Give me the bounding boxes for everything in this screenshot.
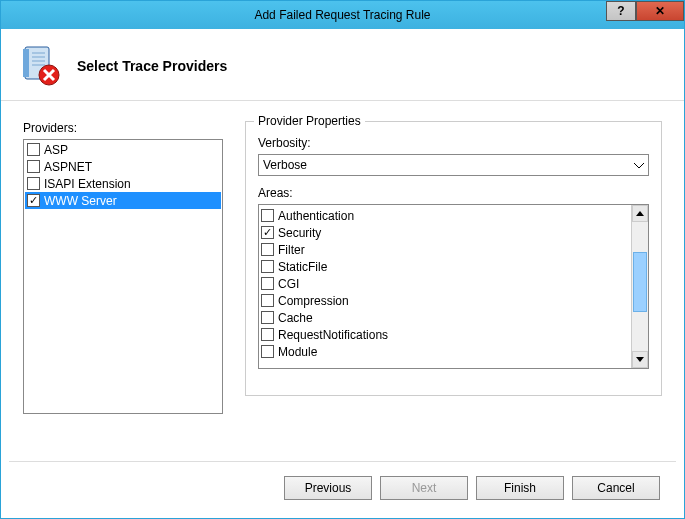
area-item-label: Cache	[278, 311, 313, 325]
area-checkbox[interactable]	[261, 226, 274, 239]
area-checkbox[interactable]	[261, 277, 274, 290]
window-title: Add Failed Request Tracing Rule	[254, 8, 430, 22]
area-item-label: StaticFile	[278, 260, 327, 274]
scroll-thumb[interactable]	[633, 252, 647, 312]
area-checkbox[interactable]	[261, 328, 274, 341]
area-item[interactable]: RequestNotifications	[261, 326, 629, 343]
page-title: Select Trace Providers	[77, 58, 227, 74]
help-button[interactable]: ?	[606, 1, 636, 21]
tracing-icon	[19, 45, 61, 87]
provider-checkbox[interactable]	[27, 143, 40, 156]
area-item[interactable]: CGI	[261, 275, 629, 292]
scroll-up-button[interactable]	[632, 205, 648, 222]
provider-item-label: ISAPI Extension	[44, 177, 131, 191]
area-checkbox[interactable]	[261, 243, 274, 256]
next-button: Next	[380, 476, 468, 500]
providers-column: Providers: ASPASPNETISAPI ExtensionWWW S…	[23, 121, 223, 426]
areas-field: Areas: AuthenticationSecurityFilterStati…	[258, 186, 649, 369]
svg-rect-1	[23, 49, 29, 77]
providers-label: Providers:	[23, 121, 223, 135]
help-icon: ?	[617, 4, 624, 18]
area-item[interactable]: StaticFile	[261, 258, 629, 275]
provider-item[interactable]: ISAPI Extension	[25, 175, 221, 192]
area-item-label: Security	[278, 226, 321, 240]
chevron-down-icon	[634, 158, 644, 172]
providers-listbox[interactable]: ASPASPNETISAPI ExtensionWWW Server	[23, 139, 223, 414]
area-item[interactable]: Cache	[261, 309, 629, 326]
area-item[interactable]: Compression	[261, 292, 629, 309]
provider-checkbox[interactable]	[27, 160, 40, 173]
provider-item-label: ASP	[44, 143, 68, 157]
close-icon: ✕	[655, 4, 665, 18]
provider-checkbox[interactable]	[27, 194, 40, 207]
verbosity-field: Verbosity: Verbose	[258, 136, 649, 176]
cancel-button[interactable]: Cancel	[572, 476, 660, 500]
area-checkbox[interactable]	[261, 345, 274, 358]
area-checkbox[interactable]	[261, 260, 274, 273]
scroll-down-button[interactable]	[632, 351, 648, 368]
dialog-window: Add Failed Request Tracing Rule ? ✕ Sele…	[0, 0, 685, 519]
wizard-header: Select Trace Providers	[1, 29, 684, 101]
finish-button[interactable]: Finish	[476, 476, 564, 500]
area-item-label: CGI	[278, 277, 299, 291]
properties-column: Provider Properties Verbosity: Verbose A…	[245, 121, 662, 426]
area-item[interactable]: Security	[261, 224, 629, 241]
provider-item[interactable]: ASPNET	[25, 158, 221, 175]
area-item-label: Module	[278, 345, 317, 359]
provider-item[interactable]: WWW Server	[25, 192, 221, 209]
area-item-label: Filter	[278, 243, 305, 257]
provider-checkbox[interactable]	[27, 177, 40, 190]
close-button[interactable]: ✕	[636, 1, 684, 21]
group-legend: Provider Properties	[254, 114, 365, 128]
titlebar: Add Failed Request Tracing Rule ? ✕	[1, 1, 684, 29]
separator	[9, 461, 676, 462]
provider-item-label: WWW Server	[44, 194, 117, 208]
areas-label: Areas:	[258, 186, 649, 200]
titlebar-buttons: ? ✕	[606, 1, 684, 23]
verbosity-select[interactable]: Verbose	[258, 154, 649, 176]
area-checkbox[interactable]	[261, 311, 274, 324]
content-area: Providers: ASPASPNETISAPI ExtensionWWW S…	[1, 101, 684, 436]
areas-scrollbar[interactable]	[631, 205, 648, 368]
areas-listbox[interactable]: AuthenticationSecurityFilterStaticFileCG…	[258, 204, 649, 369]
provider-item[interactable]: ASP	[25, 141, 221, 158]
area-item-label: RequestNotifications	[278, 328, 388, 342]
verbosity-value: Verbose	[263, 158, 307, 172]
provider-properties-group: Provider Properties Verbosity: Verbose A…	[245, 121, 662, 396]
area-item-label: Authentication	[278, 209, 354, 223]
wizard-buttons: Previous Next Finish Cancel	[284, 476, 660, 500]
verbosity-label: Verbosity:	[258, 136, 649, 150]
area-item-label: Compression	[278, 294, 349, 308]
area-checkbox[interactable]	[261, 294, 274, 307]
previous-button[interactable]: Previous	[284, 476, 372, 500]
area-item[interactable]: Authentication	[261, 207, 629, 224]
area-checkbox[interactable]	[261, 209, 274, 222]
area-item[interactable]: Module	[261, 343, 629, 360]
area-item[interactable]: Filter	[261, 241, 629, 258]
provider-item-label: ASPNET	[44, 160, 92, 174]
scroll-track[interactable]	[632, 222, 648, 351]
